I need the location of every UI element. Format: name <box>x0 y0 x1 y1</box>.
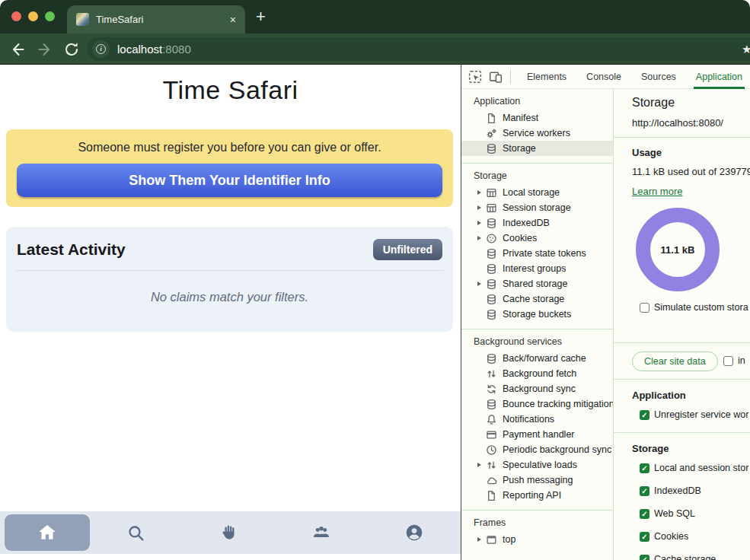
home-icon <box>37 523 57 542</box>
storage-checkbox[interactable]: ✓ <box>640 486 649 496</box>
tree-item-background-fetch[interactable]: Background fetch <box>461 366 613 381</box>
url-text: localhost:8080 <box>117 43 191 56</box>
tree-item-label: Service workers <box>503 128 570 138</box>
unfiltered-button[interactable]: Unfiltered <box>373 239 442 260</box>
tree-item-label: Session storage <box>503 202 571 213</box>
sidebar-section: StorageLocal storageSession storageIndex… <box>461 163 613 329</box>
bookmark-star-icon[interactable]: ★ <box>742 43 750 56</box>
content-area: Time Safari Someone must register you be… <box>0 65 750 560</box>
table-icon <box>486 202 497 214</box>
include-cookies-checkbox[interactable] <box>723 356 733 366</box>
chevron-right-icon[interactable] <box>477 537 481 542</box>
storage-checkbox[interactable]: ✓ <box>640 463 649 473</box>
unregister-sw-checkbox[interactable]: ✓ <box>640 410 649 420</box>
browser-tab[interactable]: TimeSafari × <box>67 5 245 33</box>
tree-item-interest-groups[interactable]: Interest groups <box>461 261 613 276</box>
clear-site-data-button[interactable]: Clear site data <box>632 352 718 371</box>
nav-people-button[interactable] <box>276 511 369 554</box>
site-info-button[interactable]: i <box>92 40 110 58</box>
expander-slot <box>477 221 486 225</box>
storage-checkbox[interactable]: ✓ <box>640 509 649 519</box>
tree-item-manifest[interactable]: Manifest <box>461 110 613 126</box>
people-icon <box>311 523 331 542</box>
tab-elements[interactable]: Elements <box>517 65 576 89</box>
chevron-right-icon[interactable] <box>477 282 481 286</box>
tab-title: TimeSafari <box>96 14 230 25</box>
tree-item-back-forward-cache[interactable]: Back/forward cache <box>461 351 613 366</box>
inspect-element-icon[interactable] <box>468 70 482 84</box>
storage-checkbox[interactable]: ✓ <box>640 555 649 560</box>
tab-console[interactable]: Console <box>576 65 631 89</box>
tree-item-indexeddb[interactable]: IndexedDB <box>461 215 613 231</box>
tab-application[interactable]: Application <box>686 65 750 89</box>
chevron-right-icon[interactable] <box>477 221 481 225</box>
maximize-window-button[interactable] <box>45 11 55 21</box>
tree-item-push-messaging[interactable]: Push messaging <box>461 473 613 488</box>
chevron-right-icon[interactable] <box>477 190 481 195</box>
tree-item-storage[interactable]: Storage <box>461 141 613 156</box>
tree-item-periodic-background-sync[interactable]: Periodic background sync <box>461 442 613 457</box>
close-window-button[interactable] <box>11 11 21 21</box>
database-icon <box>486 218 497 229</box>
alert-message: Someone must register you before you can… <box>6 141 453 154</box>
show-identifier-button[interactable]: Show Them Your Identifier Info <box>17 164 442 197</box>
nav-profile-button[interactable] <box>368 511 461 554</box>
tab-sources[interactable]: Sources <box>631 65 686 89</box>
tree-item-speculative-loads[interactable]: Speculative loads <box>461 457 613 473</box>
tree-item-label: Payment handler <box>503 429 575 440</box>
tree-item-label: Speculative loads <box>503 460 577 470</box>
forward-icon[interactable] <box>36 40 54 59</box>
tree-item-service-workers[interactable]: Service workers <box>461 126 613 141</box>
database-icon <box>486 309 497 320</box>
devtools-toolbar: Elements Console Sources Application » <box>461 65 750 89</box>
page-title: Time Safari <box>0 75 461 105</box>
tree-item-label: Notifications <box>503 414 554 425</box>
chevron-right-icon[interactable] <box>477 236 481 240</box>
webpage: Time Safari Someone must register you be… <box>0 65 461 560</box>
tree-item-reporting-api[interactable]: Reporting API <box>461 488 613 503</box>
minimize-window-button[interactable] <box>28 11 38 21</box>
chevron-right-icon[interactable] <box>477 205 481 210</box>
tree-item-label: Storage <box>503 143 536 154</box>
nav-projects-button[interactable] <box>183 511 276 554</box>
storage-checkbox-row: ✓Web SQL <box>640 508 695 519</box>
new-tab-button[interactable]: + <box>256 7 266 27</box>
tree-item-shared-storage[interactable]: Shared storage <box>461 276 613 291</box>
storage-checkbox[interactable]: ✓ <box>640 532 649 542</box>
back-icon[interactable] <box>8 40 27 59</box>
browser-window: TimeSafari × + i localhost:8080 ★ <box>0 0 750 560</box>
devtools-body: ApplicationManifestService workersStorag… <box>461 89 750 560</box>
tree-item-local-storage[interactable]: Local storage <box>461 185 613 200</box>
tree-item-background-sync[interactable]: Background sync <box>461 381 613 396</box>
tree-item-session-storage[interactable]: Session storage <box>461 200 613 215</box>
nav-search-button[interactable] <box>90 511 183 554</box>
tab-close-icon[interactable]: × <box>230 14 236 25</box>
tree-item-notifications[interactable]: Notifications <box>461 412 613 427</box>
storage-checkbox-row: ✓Cookies <box>640 531 688 542</box>
toolbar-separator <box>510 70 511 84</box>
tree-item-private-state-tokens[interactable]: Private state tokens <box>461 246 613 261</box>
tree-item-label: Reporting API <box>503 490 561 501</box>
tree-item-cache-storage[interactable]: Cache storage <box>461 291 613 307</box>
reload-icon[interactable] <box>62 40 81 59</box>
expander-slot <box>477 463 486 467</box>
nav-home-button[interactable] <box>5 514 90 551</box>
tree-item-cookies[interactable]: Cookies <box>461 231 613 246</box>
tree-item-storage-buckets[interactable]: Storage buckets <box>461 307 613 322</box>
tree-item-label: Interest groups <box>503 263 566 274</box>
learn-more-link[interactable]: Learn more <box>632 186 682 197</box>
url-host: localhost <box>117 43 162 56</box>
tree-item-label: IndexedDB <box>503 218 550 228</box>
chevron-right-icon[interactable] <box>477 463 481 467</box>
sync-icon <box>486 383 497 395</box>
tree-item-top[interactable]: top <box>461 532 613 547</box>
unregister-sw-row: ✓ Unregister service wor <box>640 409 748 420</box>
tree-item-bounce-tracking-mitigation[interactable]: Bounce tracking mitigation <box>461 396 613 412</box>
address-bar[interactable]: i localhost:8080 <box>87 37 750 61</box>
simulate-quota-checkbox[interactable] <box>640 303 649 313</box>
bottom-navigation <box>0 511 461 554</box>
device-toolbar-icon[interactable] <box>489 70 503 84</box>
database-icon <box>486 294 497 305</box>
storage-panel: Storage http://localhost:8080/ Usage 11.… <box>614 89 750 560</box>
tree-item-payment-handler[interactable]: Payment handler <box>461 427 613 442</box>
